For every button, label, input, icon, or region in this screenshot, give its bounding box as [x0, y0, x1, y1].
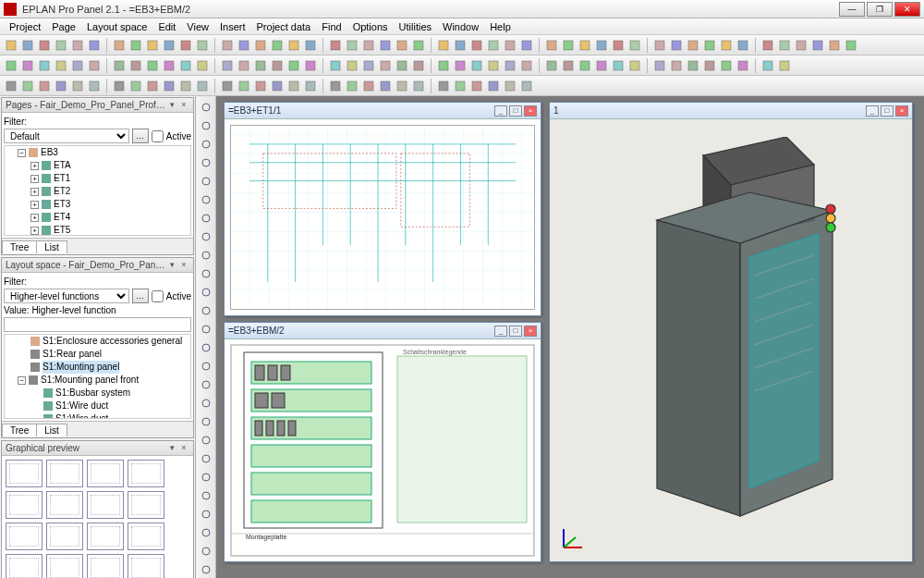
toolbar-button[interactable]	[578, 38, 592, 53]
side-tool-button[interactable]	[199, 322, 213, 337]
expand-icon[interactable]: +	[30, 175, 39, 183]
preview-thumbnail[interactable]	[6, 554, 43, 578]
side-tool-button[interactable]	[199, 285, 213, 300]
schematic-viewport[interactable]	[225, 119, 541, 315]
toolbar-button[interactable]	[70, 58, 85, 73]
preview-thumbnail[interactable]	[6, 460, 43, 487]
minimize-icon[interactable]: _	[866, 105, 879, 117]
toolbar-button[interactable]	[686, 38, 700, 53]
side-tool-button[interactable]	[199, 229, 213, 244]
child-window-header[interactable]: =EB3+ET1/1 _□×	[225, 103, 541, 119]
toolbar-button[interactable]	[411, 38, 426, 53]
toolbar-button[interactable]	[253, 58, 268, 73]
toolbar-button[interactable]	[303, 79, 318, 93]
menu-utilities[interactable]: Utilities	[394, 21, 437, 32]
menu-layout-space[interactable]: Layout space	[81, 21, 152, 32]
toolbar-button[interactable]	[652, 58, 667, 73]
toolbar-button[interactable]	[328, 58, 343, 73]
toolbar-button[interactable]	[87, 38, 102, 53]
toolbar-button[interactable]	[453, 79, 468, 93]
panel-menu-icon[interactable]: ▾	[166, 260, 177, 271]
toolbar-button[interactable]	[20, 58, 35, 73]
toolbar-button[interactable]	[469, 79, 484, 93]
toolbar-button[interactable]	[195, 79, 210, 93]
toolbar-button[interactable]	[486, 38, 501, 53]
pages-filter-select[interactable]: Default	[4, 129, 129, 143]
maximize-icon[interactable]: □	[881, 105, 894, 117]
child-window-schematic-2[interactable]: =EB3+EBM/2 _□×	[224, 322, 541, 562]
expand-icon[interactable]: +	[30, 162, 39, 170]
panel-close-icon[interactable]: ×	[178, 443, 189, 454]
side-tool-button[interactable]	[199, 340, 213, 355]
tree-node[interactable]: +ET3	[30, 198, 190, 211]
toolbar-button[interactable]	[503, 79, 517, 93]
toolbar-button[interactable]	[436, 79, 451, 93]
toolbar-button[interactable]	[436, 58, 451, 73]
toolbar-button[interactable]	[20, 38, 35, 53]
side-tool-button[interactable]	[199, 414, 213, 429]
menu-insert[interactable]: Insert	[214, 21, 251, 32]
toolbar-button[interactable]	[378, 38, 393, 53]
tree-node[interactable]: +ET1	[30, 172, 190, 185]
preview-thumbnail[interactable]	[87, 460, 124, 487]
toolbar-button[interactable]	[345, 79, 359, 93]
toolbar-button[interactable]	[128, 38, 143, 53]
tree-node[interactable]: +ET4	[30, 211, 190, 224]
side-tool-button[interactable]	[199, 137, 213, 152]
panel-menu-icon[interactable]: ▾	[166, 443, 177, 454]
toolbar-button[interactable]	[4, 58, 18, 73]
toolbar-button[interactable]	[378, 79, 393, 93]
preview-thumbnail[interactable]	[87, 523, 124, 550]
menu-project-data[interactable]: Project data	[251, 21, 317, 32]
layout-viewport[interactable]: Montageplatte Schaltschranklegende	[225, 339, 541, 561]
side-tool-button[interactable]	[199, 174, 213, 189]
preview-thumbnail[interactable]	[87, 554, 124, 578]
toolbar-button[interactable]	[286, 79, 301, 93]
minimize-button[interactable]: —	[839, 2, 865, 17]
toolbar-button[interactable]	[627, 58, 642, 73]
toolbar-button[interactable]	[237, 38, 251, 53]
tree-node[interactable]: S1:Wire duct	[30, 412, 190, 419]
toolbar-button[interactable]	[87, 79, 102, 93]
active-checkbox-label[interactable]: Active	[152, 290, 191, 302]
pages-tree[interactable]: −EB3 +ETA+ET1+ET2+ET3+ET4+ET5+EB5	[4, 145, 191, 236]
toolbar-button[interactable]	[128, 79, 143, 93]
toolbar-button[interactable]	[736, 38, 750, 53]
preview-thumbnail[interactable]	[6, 523, 43, 550]
toolbar-button[interactable]	[719, 58, 734, 73]
tab-tree[interactable]: Tree	[2, 424, 37, 437]
close-icon[interactable]: ×	[524, 105, 537, 117]
toolbar-button[interactable]	[303, 58, 318, 73]
side-tool-button[interactable]	[199, 100, 213, 115]
tree-node[interactable]: −S1:Mounting panel front	[18, 374, 190, 387]
tree-node[interactable]: +ETA	[30, 159, 190, 172]
panel-menu-icon[interactable]: ▾	[166, 100, 177, 111]
toolbar-button[interactable]	[361, 38, 376, 53]
toolbar-button[interactable]	[270, 79, 285, 93]
toolbar-button[interactable]	[237, 58, 251, 73]
toolbar-button[interactable]	[611, 38, 626, 53]
toolbar-button[interactable]	[519, 58, 534, 73]
toolbar-button[interactable]	[469, 58, 484, 73]
tab-list[interactable]: List	[36, 240, 67, 253]
filter-ellipsis-button[interactable]: …	[132, 289, 149, 303]
toolbar-button[interactable]	[178, 38, 193, 53]
value-input[interactable]	[4, 317, 191, 332]
toolbar-button[interactable]	[594, 38, 609, 53]
close-icon[interactable]: ×	[895, 105, 908, 117]
toolbar-button[interactable]	[286, 58, 301, 73]
toolbar-button[interactable]	[561, 58, 576, 73]
toolbar-button[interactable]	[253, 38, 268, 53]
maximize-icon[interactable]: □	[509, 105, 522, 117]
toolbar-button[interactable]	[436, 38, 451, 53]
tree-node[interactable]: S1:Mounting panel	[18, 361, 190, 374]
active-checkbox[interactable]	[152, 130, 164, 142]
child-window-header[interactable]: =EB3+EBM/2 _□×	[225, 323, 541, 339]
toolbar-button[interactable]	[486, 58, 501, 73]
side-tool-button[interactable]	[199, 359, 213, 374]
toolbar-button[interactable]	[4, 79, 18, 93]
side-tool-button[interactable]	[199, 118, 213, 133]
toolbar-button[interactable]	[112, 38, 127, 53]
toolbar-button[interactable]	[237, 79, 251, 93]
toolbar-button[interactable]	[378, 58, 393, 73]
